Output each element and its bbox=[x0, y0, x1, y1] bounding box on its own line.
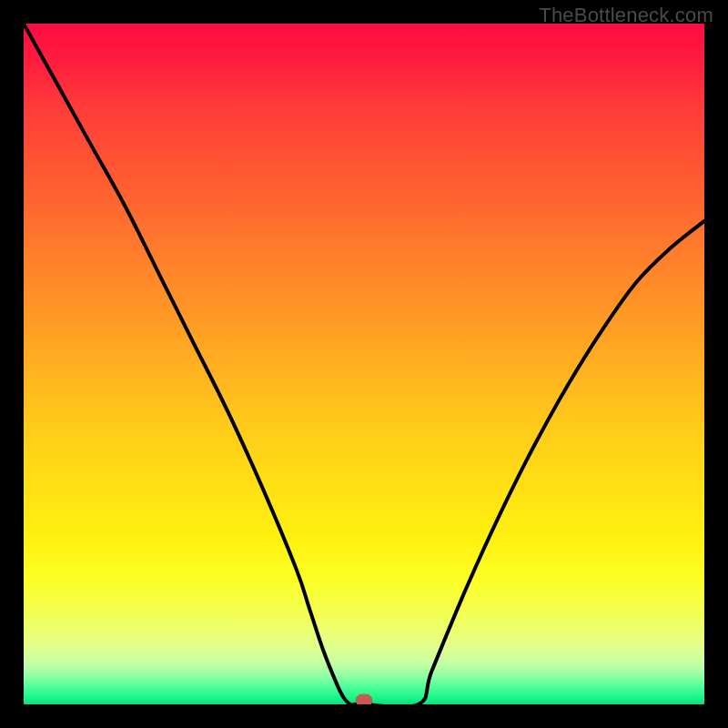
optimum-marker bbox=[356, 694, 372, 704]
bottleneck-curve bbox=[24, 24, 704, 704]
watermark-text: TheBottleneck.com bbox=[539, 4, 713, 27]
chart-frame: TheBottleneck.com bbox=[0, 0, 728, 728]
plot-area bbox=[24, 24, 704, 704]
